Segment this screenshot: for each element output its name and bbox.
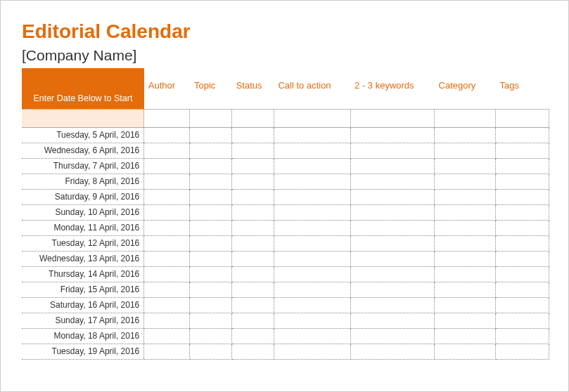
data-cell[interactable] — [190, 328, 232, 344]
data-cell[interactable] — [495, 189, 549, 204]
data-cell[interactable] — [190, 143, 232, 158]
data-cell[interactable] — [144, 282, 190, 297]
data-cell[interactable] — [350, 266, 434, 282]
start-date-input-cell[interactable] — [22, 109, 144, 127]
data-cell[interactable] — [495, 297, 549, 313]
data-cell[interactable] — [350, 109, 434, 127]
data-cell[interactable] — [274, 220, 350, 235]
data-cell[interactable] — [274, 235, 350, 251]
data-cell[interactable] — [435, 282, 496, 297]
data-cell[interactable] — [435, 158, 496, 174]
data-cell[interactable] — [350, 251, 434, 266]
data-cell[interactable] — [144, 235, 190, 251]
data-cell[interactable] — [435, 235, 496, 251]
data-cell[interactable] — [435, 174, 496, 189]
data-cell[interactable] — [495, 109, 549, 127]
data-cell[interactable] — [274, 313, 350, 328]
data-cell[interactable] — [350, 297, 434, 313]
data-cell[interactable] — [350, 174, 434, 189]
data-cell[interactable] — [232, 313, 274, 328]
data-cell[interactable] — [274, 143, 350, 158]
data-cell[interactable] — [495, 174, 549, 189]
data-cell[interactable] — [232, 189, 274, 204]
data-cell[interactable] — [435, 143, 496, 158]
data-cell[interactable] — [190, 282, 232, 297]
data-cell[interactable] — [274, 328, 350, 344]
data-cell[interactable] — [274, 282, 350, 297]
data-cell[interactable] — [350, 189, 434, 204]
data-cell[interactable] — [274, 189, 350, 204]
data-cell[interactable] — [232, 282, 274, 297]
data-cell[interactable] — [435, 313, 496, 328]
data-cell[interactable] — [144, 344, 190, 359]
data-cell[interactable] — [190, 313, 232, 328]
data-cell[interactable] — [190, 158, 232, 174]
data-cell[interactable] — [274, 204, 350, 220]
data-cell[interactable] — [495, 328, 549, 344]
data-cell[interactable] — [144, 127, 190, 143]
data-cell[interactable] — [350, 344, 434, 359]
data-cell[interactable] — [190, 251, 232, 266]
data-cell[interactable] — [232, 235, 274, 251]
data-cell[interactable] — [274, 251, 350, 266]
data-cell[interactable] — [144, 109, 190, 127]
data-cell[interactable] — [495, 158, 549, 174]
data-cell[interactable] — [435, 127, 496, 143]
data-cell[interactable] — [144, 174, 190, 189]
data-cell[interactable] — [190, 266, 232, 282]
data-cell[interactable] — [190, 344, 232, 359]
data-cell[interactable] — [232, 266, 274, 282]
data-cell[interactable] — [435, 297, 496, 313]
data-cell[interactable] — [190, 174, 232, 189]
data-cell[interactable] — [190, 204, 232, 220]
data-cell[interactable] — [232, 251, 274, 266]
data-cell[interactable] — [495, 282, 549, 297]
data-cell[interactable] — [144, 158, 190, 174]
data-cell[interactable] — [232, 174, 274, 189]
data-cell[interactable] — [350, 282, 434, 297]
data-cell[interactable] — [274, 344, 350, 359]
data-cell[interactable] — [144, 143, 190, 158]
data-cell[interactable] — [435, 189, 496, 204]
data-cell[interactable] — [144, 204, 190, 220]
data-cell[interactable] — [274, 174, 350, 189]
data-cell[interactable] — [274, 109, 350, 127]
data-cell[interactable] — [190, 235, 232, 251]
data-cell[interactable] — [435, 344, 496, 359]
data-cell[interactable] — [435, 204, 496, 220]
data-cell[interactable] — [350, 235, 434, 251]
data-cell[interactable] — [144, 266, 190, 282]
data-cell[interactable] — [495, 220, 549, 235]
data-cell[interactable] — [232, 344, 274, 359]
data-cell[interactable] — [190, 109, 232, 127]
data-cell[interactable] — [190, 189, 232, 204]
data-cell[interactable] — [274, 158, 350, 174]
data-cell[interactable] — [350, 204, 434, 220]
data-cell[interactable] — [495, 313, 549, 328]
data-cell[interactable] — [144, 189, 190, 204]
data-cell[interactable] — [232, 204, 274, 220]
data-cell[interactable] — [495, 344, 549, 359]
data-cell[interactable] — [495, 266, 549, 282]
data-cell[interactable] — [435, 220, 496, 235]
data-cell[interactable] — [190, 127, 232, 143]
data-cell[interactable] — [435, 328, 496, 344]
data-cell[interactable] — [232, 127, 274, 143]
data-cell[interactable] — [495, 143, 549, 158]
data-cell[interactable] — [350, 220, 434, 235]
data-cell[interactable] — [435, 109, 496, 127]
data-cell[interactable] — [144, 297, 190, 313]
data-cell[interactable] — [274, 266, 350, 282]
data-cell[interactable] — [190, 297, 232, 313]
data-cell[interactable] — [190, 220, 232, 235]
data-cell[interactable] — [232, 220, 274, 235]
data-cell[interactable] — [435, 266, 496, 282]
data-cell[interactable] — [495, 251, 549, 266]
data-cell[interactable] — [350, 143, 434, 158]
data-cell[interactable] — [350, 158, 434, 174]
data-cell[interactable] — [232, 328, 274, 344]
data-cell[interactable] — [144, 313, 190, 328]
data-cell[interactable] — [232, 297, 274, 313]
data-cell[interactable] — [350, 127, 434, 143]
data-cell[interactable] — [144, 220, 190, 235]
